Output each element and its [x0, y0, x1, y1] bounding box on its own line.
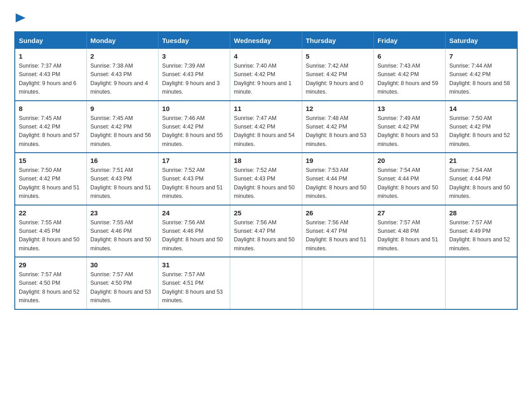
day-info: Sunrise: 7:57 AMSunset: 4:50 PMDaylight:… — [19, 270, 83, 305]
calendar-cell: 21Sunrise: 7:54 AMSunset: 4:44 PMDayligh… — [446, 153, 517, 205]
calendar-cell: 15Sunrise: 7:50 AMSunset: 4:42 PMDayligh… — [15, 153, 86, 205]
calendar-cell: 20Sunrise: 7:54 AMSunset: 4:44 PMDayligh… — [373, 153, 445, 205]
day-number: 30 — [90, 261, 154, 269]
day-info: Sunrise: 7:51 AMSunset: 4:43 PMDaylight:… — [90, 166, 154, 201]
day-number: 17 — [162, 157, 226, 164]
day-info: Sunrise: 7:57 AMSunset: 4:50 PMDaylight:… — [90, 270, 154, 305]
day-number: 3 — [162, 52, 226, 60]
logo-arrow-icon — [16, 13, 26, 22]
day-info: Sunrise: 7:43 AMSunset: 4:42 PMDaylight:… — [378, 62, 442, 97]
calendar-cell: 19Sunrise: 7:53 AMSunset: 4:44 PMDayligh… — [302, 153, 373, 205]
day-info: Sunrise: 7:54 AMSunset: 4:44 PMDaylight:… — [378, 166, 442, 201]
day-number: 28 — [449, 209, 513, 217]
calendar-cell: 3Sunrise: 7:39 AMSunset: 4:43 PMDaylight… — [159, 49, 230, 101]
calendar-cell: 8Sunrise: 7:45 AMSunset: 4:42 PMDaylight… — [15, 101, 86, 153]
day-info: Sunrise: 7:57 AMSunset: 4:49 PMDaylight:… — [449, 218, 513, 253]
calendar-week-row: 8Sunrise: 7:45 AMSunset: 4:42 PMDaylight… — [15, 101, 517, 153]
day-info: Sunrise: 7:53 AMSunset: 4:44 PMDaylight:… — [306, 166, 370, 201]
day-info: Sunrise: 7:44 AMSunset: 4:42 PMDaylight:… — [449, 62, 513, 97]
day-info: Sunrise: 7:50 AMSunset: 4:42 PMDaylight:… — [19, 166, 83, 201]
day-number: 18 — [234, 157, 298, 164]
calendar-cell: 4Sunrise: 7:40 AMSunset: 4:42 PMDaylight… — [230, 49, 302, 101]
day-number: 31 — [162, 261, 226, 269]
day-info: Sunrise: 7:40 AMSunset: 4:42 PMDaylight:… — [234, 62, 298, 97]
calendar-cell — [302, 257, 373, 309]
calendar-cell: 13Sunrise: 7:49 AMSunset: 4:42 PMDayligh… — [373, 101, 445, 153]
calendar-cell: 17Sunrise: 7:52 AMSunset: 4:43 PMDayligh… — [159, 153, 230, 205]
day-info: Sunrise: 7:45 AMSunset: 4:42 PMDaylight:… — [90, 114, 154, 149]
weekday-header-sunday: Sunday — [15, 32, 86, 49]
calendar-cell: 12Sunrise: 7:48 AMSunset: 4:42 PMDayligh… — [302, 101, 373, 153]
day-info: Sunrise: 7:57 AMSunset: 4:51 PMDaylight:… — [162, 270, 226, 305]
calendar-cell — [230, 257, 302, 309]
day-info: Sunrise: 7:55 AMSunset: 4:45 PMDaylight:… — [19, 218, 83, 253]
day-info: Sunrise: 7:47 AMSunset: 4:42 PMDaylight:… — [234, 114, 298, 149]
calendar-cell — [446, 257, 517, 309]
calendar-cell: 6Sunrise: 7:43 AMSunset: 4:42 PMDaylight… — [373, 49, 445, 101]
calendar-cell: 9Sunrise: 7:45 AMSunset: 4:42 PMDaylight… — [86, 101, 158, 153]
day-number: 10 — [162, 105, 226, 112]
calendar-cell: 10Sunrise: 7:46 AMSunset: 4:42 PMDayligh… — [159, 101, 230, 153]
calendar-cell: 7Sunrise: 7:44 AMSunset: 4:42 PMDaylight… — [446, 49, 517, 101]
weekday-header-row: SundayMondayTuesdayWednesdayThursdayFrid… — [15, 32, 517, 49]
weekday-header-monday: Monday — [86, 32, 158, 49]
calendar-cell: 11Sunrise: 7:47 AMSunset: 4:42 PMDayligh… — [230, 101, 302, 153]
day-number: 1 — [19, 52, 83, 60]
day-number: 23 — [90, 209, 154, 217]
calendar-cell: 18Sunrise: 7:52 AMSunset: 4:43 PMDayligh… — [230, 153, 302, 205]
day-number: 25 — [234, 209, 298, 217]
day-number: 20 — [378, 157, 442, 164]
day-number: 16 — [90, 157, 154, 164]
day-number: 15 — [19, 157, 83, 164]
page-header — [14, 11, 518, 22]
calendar-cell: 22Sunrise: 7:55 AMSunset: 4:45 PMDayligh… — [15, 205, 86, 257]
day-number: 9 — [90, 105, 154, 112]
day-number: 19 — [306, 157, 370, 164]
day-info: Sunrise: 7:50 AMSunset: 4:42 PMDaylight:… — [449, 114, 513, 149]
day-info: Sunrise: 7:52 AMSunset: 4:43 PMDaylight:… — [234, 166, 298, 201]
calendar-cell: 5Sunrise: 7:42 AMSunset: 4:42 PMDaylight… — [302, 49, 373, 101]
day-number: 14 — [449, 105, 513, 112]
day-info: Sunrise: 7:48 AMSunset: 4:42 PMDaylight:… — [306, 114, 370, 149]
day-info: Sunrise: 7:45 AMSunset: 4:42 PMDaylight:… — [19, 114, 83, 149]
day-number: 2 — [90, 52, 154, 60]
day-info: Sunrise: 7:55 AMSunset: 4:46 PMDaylight:… — [90, 218, 154, 253]
day-number: 26 — [306, 209, 370, 217]
calendar-week-row: 1Sunrise: 7:37 AMSunset: 4:43 PMDaylight… — [15, 49, 517, 101]
calendar-cell: 26Sunrise: 7:56 AMSunset: 4:47 PMDayligh… — [302, 205, 373, 257]
day-info: Sunrise: 7:57 AMSunset: 4:48 PMDaylight:… — [378, 218, 442, 253]
calendar-cell: 24Sunrise: 7:56 AMSunset: 4:46 PMDayligh… — [159, 205, 230, 257]
calendar-week-row: 29Sunrise: 7:57 AMSunset: 4:50 PMDayligh… — [15, 257, 517, 309]
day-info: Sunrise: 7:42 AMSunset: 4:42 PMDaylight:… — [306, 62, 370, 97]
calendar-cell — [373, 257, 445, 309]
day-number: 12 — [306, 105, 370, 112]
weekday-header-saturday: Saturday — [446, 32, 517, 49]
calendar-table: SundayMondayTuesdayWednesdayThursdayFrid… — [14, 31, 518, 310]
calendar-cell: 27Sunrise: 7:57 AMSunset: 4:48 PMDayligh… — [373, 205, 445, 257]
day-info: Sunrise: 7:39 AMSunset: 4:43 PMDaylight:… — [162, 62, 226, 97]
calendar-cell: 2Sunrise: 7:38 AMSunset: 4:43 PMDaylight… — [86, 49, 158, 101]
day-info: Sunrise: 7:56 AMSunset: 4:46 PMDaylight:… — [162, 218, 226, 253]
day-number: 5 — [306, 52, 370, 60]
day-number: 4 — [234, 52, 298, 60]
calendar-cell: 14Sunrise: 7:50 AMSunset: 4:42 PMDayligh… — [446, 101, 517, 153]
day-info: Sunrise: 7:54 AMSunset: 4:44 PMDaylight:… — [449, 166, 513, 201]
calendar-cell: 16Sunrise: 7:51 AMSunset: 4:43 PMDayligh… — [86, 153, 158, 205]
day-info: Sunrise: 7:56 AMSunset: 4:47 PMDaylight:… — [234, 218, 298, 253]
day-info: Sunrise: 7:49 AMSunset: 4:42 PMDaylight:… — [378, 114, 442, 149]
weekday-header-friday: Friday — [373, 32, 445, 49]
day-info: Sunrise: 7:46 AMSunset: 4:42 PMDaylight:… — [162, 114, 226, 149]
weekday-header-wednesday: Wednesday — [230, 32, 302, 49]
day-number: 6 — [378, 52, 442, 60]
logo — [14, 11, 26, 22]
svg-marker-0 — [16, 13, 26, 22]
day-number: 27 — [378, 209, 442, 217]
day-number: 22 — [19, 209, 83, 217]
day-number: 11 — [234, 105, 298, 112]
calendar-cell: 1Sunrise: 7:37 AMSunset: 4:43 PMDaylight… — [15, 49, 86, 101]
day-number: 21 — [449, 157, 513, 164]
calendar-cell: 25Sunrise: 7:56 AMSunset: 4:47 PMDayligh… — [230, 205, 302, 257]
weekday-header-tuesday: Tuesday — [159, 32, 230, 49]
day-info: Sunrise: 7:52 AMSunset: 4:43 PMDaylight:… — [162, 166, 226, 201]
day-number: 7 — [449, 52, 513, 60]
